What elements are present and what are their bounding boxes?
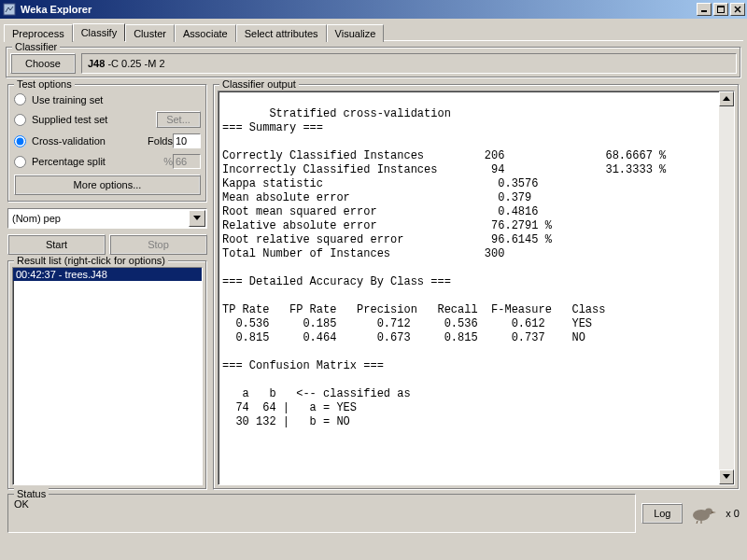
- svg-marker-6: [193, 216, 201, 220]
- status-text: OK: [14, 498, 29, 510]
- svg-marker-7: [723, 96, 730, 101]
- classifier-group: Classifier Choose J48 -C 0.25 -M 2: [6, 47, 741, 78]
- supplied-set-button[interactable]: Set...: [156, 111, 201, 128]
- folds-input[interactable]: [173, 133, 201, 148]
- percentage-input[interactable]: [173, 154, 201, 169]
- percentage-split-radio[interactable]: [14, 156, 26, 168]
- maximize-button[interactable]: [713, 3, 728, 16]
- use-training-label: Use training set: [32, 94, 201, 105]
- test-options-group: Test options Use training set Supplied t…: [7, 84, 207, 203]
- window-titlebar: Weka Explorer: [0, 0, 747, 19]
- log-button[interactable]: Log: [641, 503, 683, 524]
- tab-visualize[interactable]: Visualize: [327, 24, 385, 42]
- cross-validation-label: Cross-validation: [32, 135, 144, 147]
- classifier-legend: Classifier: [12, 41, 60, 52]
- tab-cluster[interactable]: Cluster: [125, 24, 175, 42]
- tab-associate[interactable]: Associate: [175, 24, 236, 42]
- svg-point-10: [705, 509, 712, 515]
- svg-line-11: [697, 521, 698, 524]
- more-options-button[interactable]: More options...: [14, 175, 201, 195]
- window-title: Weka Explorer: [21, 4, 695, 15]
- folds-label: Folds: [148, 135, 173, 147]
- close-button[interactable]: [730, 3, 745, 16]
- class-attribute-combo[interactable]: (Nom) pep: [7, 208, 207, 229]
- percent-label: %: [163, 156, 173, 167]
- tab-preprocess[interactable]: Preprocess: [4, 24, 73, 42]
- scroll-up-icon[interactable]: [719, 91, 734, 106]
- cross-validation-radio[interactable]: [14, 135, 26, 147]
- classifier-string[interactable]: J48 -C 0.25 -M 2: [81, 53, 737, 74]
- minimize-button[interactable]: [697, 3, 712, 16]
- supplied-test-label: Supplied test set: [32, 114, 156, 125]
- classifier-output-text[interactable]: Stratified cross-validation === Summary …: [218, 91, 735, 485]
- main-tabs: Preprocess Classify Cluster Associate Se…: [0, 19, 747, 40]
- choose-classifier-button[interactable]: Choose: [10, 53, 76, 74]
- output-content: Stratified cross-validation === Summary …: [222, 107, 666, 428]
- use-training-radio[interactable]: [14, 93, 26, 105]
- svg-marker-8: [723, 474, 730, 479]
- status-legend: Status: [14, 488, 49, 499]
- result-list[interactable]: 00:42:37 - trees.J48: [12, 267, 203, 485]
- output-scrollbar[interactable]: [719, 91, 734, 484]
- weka-bird-icon: [688, 503, 720, 524]
- test-options-legend: Test options: [14, 78, 75, 90]
- classifier-output-group: Classifier output Stratified cross-valid…: [213, 84, 740, 490]
- percentage-split-label: Percentage split: [32, 156, 160, 167]
- stop-button[interactable]: Stop: [109, 234, 207, 255]
- classify-panel: Classifier Choose J48 -C 0.25 -M 2 Test …: [4, 40, 743, 535]
- start-button[interactable]: Start: [7, 234, 106, 255]
- tab-select-attributes[interactable]: Select attributes: [236, 24, 327, 42]
- supplied-test-radio[interactable]: [14, 114, 26, 126]
- scroll-track[interactable]: [719, 106, 734, 469]
- result-list-legend: Result list (right-click for options): [14, 255, 168, 266]
- scroll-down-icon[interactable]: [719, 469, 734, 484]
- classifier-args: -C 0.25 -M 2: [105, 58, 164, 69]
- result-list-group: Result list (right-click for options) 00…: [7, 260, 207, 490]
- classifier-name: J48: [88, 58, 105, 69]
- tab-classify[interactable]: Classify: [73, 23, 126, 41]
- chevron-down-icon[interactable]: [189, 210, 205, 227]
- task-count: x 0: [726, 508, 740, 519]
- app-icon: [2, 2, 17, 17]
- class-attribute-value: (Nom) pep: [8, 213, 188, 224]
- classifier-output-legend: Classifier output: [219, 78, 299, 90]
- status-group: Status OK: [7, 494, 636, 533]
- result-item[interactable]: 00:42:37 - trees.J48: [13, 268, 202, 281]
